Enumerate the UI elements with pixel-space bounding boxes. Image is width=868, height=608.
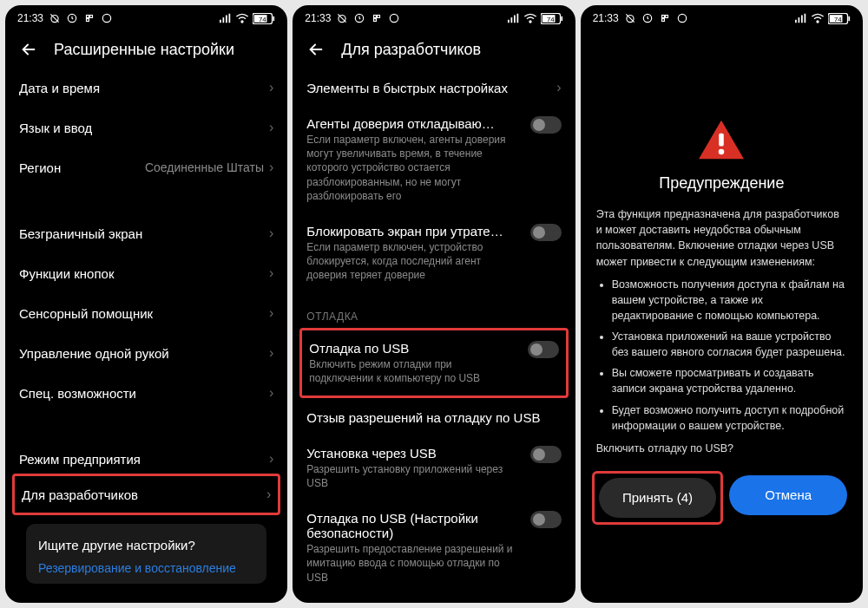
svg-rect-38 (801, 16, 803, 23)
status-bar: 21:33 74 (581, 5, 863, 28)
footer-card: Ищите другие настройки? Резервирование и… (26, 524, 266, 584)
status-time: 21:33 (305, 12, 331, 24)
svg-rect-43 (848, 16, 850, 20)
devopt-body[interactable]: Элементы в быстрых настройках› Агенты до… (293, 68, 575, 603)
svg-point-10 (241, 21, 243, 23)
toggle-trust-agents[interactable] (530, 116, 562, 134)
chevron-right-icon: › (269, 305, 273, 321)
clock-icon (66, 12, 78, 24)
chevron-right-icon: › (269, 120, 273, 135)
svg-rect-33 (665, 16, 667, 18)
svg-text:74: 74 (547, 15, 555, 23)
svg-rect-13 (273, 16, 275, 20)
chevron-right-icon: › (269, 345, 273, 361)
row-trust-agents[interactable]: Агенты доверия откладываю…Если параметр … (306, 108, 561, 215)
row-fullscreen[interactable]: Безграничный экран› (19, 213, 273, 253)
row-revoke-usb[interactable]: Отзыв разрешений на отладку по USB (306, 398, 561, 437)
bullet-1: Возможность получения доступа к файлам н… (612, 277, 847, 324)
toggle-lock-trust[interactable] (530, 224, 562, 241)
signal-icon (508, 13, 520, 23)
status-bar: 21:33 74 (5, 5, 287, 28)
bullet-3: Вы сможете просматривать и создавать зап… (612, 365, 847, 396)
section-debug: ОТЛАДКА (306, 295, 561, 328)
svg-rect-7 (223, 17, 225, 23)
wifi-icon (523, 13, 537, 23)
sync-icon (659, 12, 671, 24)
svg-point-5 (102, 14, 110, 22)
warning-triangle-icon (697, 119, 746, 162)
settings-body[interactable]: Дата и время› Язык и ввод› РегионСоедине… (5, 68, 287, 603)
highlight-accept: Принять (4) (592, 471, 724, 525)
chevron-right-icon: › (556, 80, 561, 95)
row-quick-settings[interactable]: Элементы в быстрых настройках› (306, 68, 561, 108)
row-usb-security[interactable]: Отладка по USB (Настройки безопасности)Р… (306, 502, 561, 597)
svg-rect-19 (374, 19, 377, 22)
row-one-hand[interactable]: Управление одной рукой› (19, 333, 273, 373)
misc-icon (388, 12, 400, 24)
clock-icon (641, 12, 654, 24)
signal-icon (220, 13, 232, 23)
dialog-bullets: Возможность получения доступа к файлам н… (612, 277, 847, 434)
chevron-right-icon: › (266, 487, 271, 502)
bullet-2: Установка приложений на ваше устройство … (612, 329, 847, 360)
row-date-time[interactable]: Дата и время› (19, 68, 273, 108)
dialog-title: Предупреждение (659, 174, 784, 193)
row-accessibility[interactable]: Спец. возможности› (19, 373, 273, 413)
svg-rect-28 (561, 16, 562, 20)
row-developers[interactable]: Для разработчиков› (22, 480, 271, 509)
dialog-text: Эта функция предназначена для разработчи… (596, 206, 847, 456)
sync-icon (371, 12, 383, 24)
row-usb-debug[interactable]: Отладка по USBВключить режим отладки при… (309, 334, 558, 392)
toggle-usb-security[interactable] (530, 511, 562, 528)
cancel-button[interactable]: Отмена (729, 475, 847, 515)
dialog-question: Включить отладку по USB? (596, 441, 847, 456)
misc-icon (676, 12, 688, 24)
svg-rect-8 (226, 16, 227, 23)
phone-warning-dialog: 21:33 74 Предупреждение Эта функция пред… (581, 5, 863, 603)
toggle-usb-debug[interactable] (528, 341, 559, 358)
svg-rect-24 (516, 14, 518, 23)
arrow-left-icon (306, 40, 326, 59)
header: Расширенные настройки (5, 28, 287, 68)
svg-rect-22 (510, 17, 512, 23)
toggle-install-usb[interactable] (530, 446, 562, 463)
battery-icon: 74 (541, 13, 563, 24)
accept-button[interactable]: Принять (4) (599, 478, 717, 518)
row-lang-input[interactable]: Язык и ввод› (19, 108, 273, 147)
row-install-usb[interactable]: Установка через USBРазрешить установку п… (306, 437, 561, 502)
svg-text:74: 74 (259, 15, 266, 23)
svg-rect-34 (661, 19, 664, 22)
battery-icon: 74 (253, 13, 275, 24)
svg-rect-32 (661, 16, 664, 18)
arrow-left-icon (19, 40, 38, 59)
misc-icon (101, 12, 113, 24)
back-button[interactable] (306, 40, 326, 59)
header: Для разработчиков (293, 28, 575, 68)
row-enterprise[interactable]: Режим предприятия› (19, 439, 273, 474)
row-region[interactable]: РегионСоединенные Штаты› (19, 147, 273, 187)
svg-rect-36 (795, 20, 797, 23)
sync-icon (83, 12, 95, 24)
svg-point-25 (529, 21, 531, 23)
warning-dialog: Предупреждение Эта функция предназначена… (581, 28, 863, 603)
svg-rect-3 (90, 16, 93, 18)
highlight-developers: Для разработчиков› (12, 474, 280, 515)
clock-icon (353, 12, 365, 24)
row-button-fn[interactable]: Функции кнопок› (19, 253, 273, 293)
dialog-buttons: Принять (4) Отмена (596, 475, 847, 520)
page-title: Для разработчиков (341, 41, 481, 59)
row-lock-trust[interactable]: Блокировать экран при утрате…Если параме… (306, 215, 561, 295)
svg-rect-2 (87, 16, 89, 18)
dialog-intro: Эта функция предназначена для разработчи… (596, 206, 847, 270)
svg-point-35 (678, 14, 686, 22)
status-time: 21:33 (17, 12, 43, 24)
svg-rect-17 (374, 16, 377, 18)
chevron-right-icon: › (269, 160, 273, 175)
battery-icon: 74 (828, 13, 851, 24)
svg-rect-45 (720, 134, 725, 147)
footer-link[interactable]: Резервирование и восстановление (38, 561, 254, 575)
chevron-right-icon: › (269, 80, 273, 95)
status-bar: 21:33 74 (293, 5, 575, 28)
back-button[interactable] (19, 40, 38, 59)
row-touch-assist[interactable]: Сенсорный помощник› (19, 293, 273, 333)
